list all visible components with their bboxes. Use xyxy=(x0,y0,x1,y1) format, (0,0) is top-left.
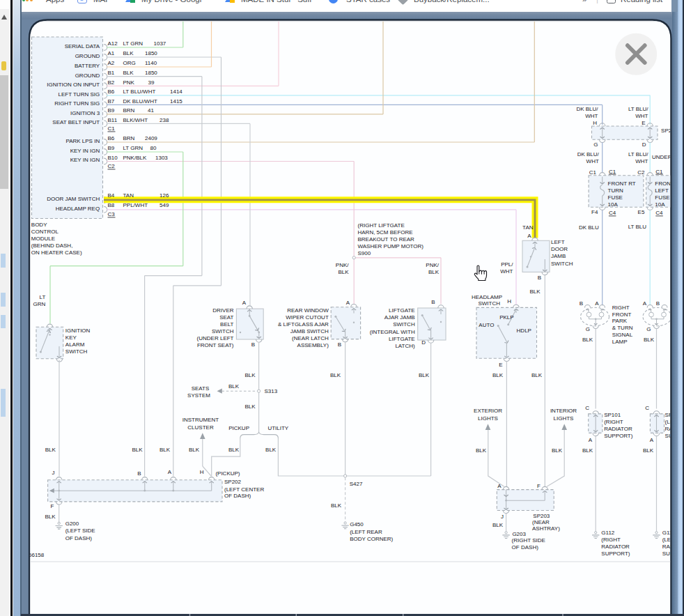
svg-text:BLK: BLK xyxy=(338,269,349,275)
svg-text:BLK: BLK xyxy=(552,447,563,454)
svg-text:10A: 10A xyxy=(655,201,665,208)
svg-text:BLK: BLK xyxy=(45,514,56,520)
svg-text:(INTEGRAL WITH: (INTEGRAL WITH xyxy=(370,329,415,335)
svg-text:BLK: BLK xyxy=(123,70,134,76)
svg-text:80: 80 xyxy=(150,145,157,151)
svg-text:GROUND: GROUND xyxy=(75,72,100,79)
svg-text:WASHER PUMP MOTOR): WASHER PUMP MOTOR) xyxy=(358,243,424,249)
svg-text:BLK: BLK xyxy=(476,447,487,454)
svg-text:E: E xyxy=(499,362,502,368)
svg-text:SWITCH: SWITCH xyxy=(65,348,88,355)
svg-text:BATTERY: BATTERY xyxy=(75,63,100,69)
svg-text:PNK/: PNK/ xyxy=(426,262,439,268)
svg-text:BLK/WHT: BLK/WHT xyxy=(123,117,148,123)
svg-text:IGNITION 3: IGNITION 3 xyxy=(70,110,100,116)
svg-text:PNK/BLK: PNK/BLK xyxy=(123,155,147,161)
svg-text:BLK: BLK xyxy=(123,50,134,56)
svg-text:PNK/: PNK/ xyxy=(336,262,349,268)
svg-text:ALARM: ALARM xyxy=(65,341,85,348)
svg-text:A: A xyxy=(346,300,350,306)
svg-text:SWITCH: SWITCH xyxy=(478,300,500,307)
svg-text:B: B xyxy=(338,341,341,348)
svg-text:C1: C1 xyxy=(609,169,616,175)
svg-text:A: A xyxy=(643,300,647,307)
svg-text:(LEFT SIDE: (LEFT SIDE xyxy=(65,528,95,534)
svg-text:ASSEMBLY): ASSEMBLY) xyxy=(297,342,329,348)
svg-text:LT GRN: LT GRN xyxy=(123,40,143,47)
svg-text:LT BLU/: LT BLU/ xyxy=(628,106,648,112)
svg-text:LIFTGATE: LIFTGATE xyxy=(389,336,415,342)
svg-text:PNK: PNK xyxy=(123,79,135,86)
svg-text:UTILITY: UTILITY xyxy=(267,425,288,431)
svg-text:BLK: BLK xyxy=(189,447,200,453)
svg-text:BLK: BLK xyxy=(582,337,593,343)
svg-text:EXTERIOR: EXTERIOR xyxy=(474,408,502,414)
svg-text:G203: G203 xyxy=(512,531,526,537)
svg-text:C4: C4 xyxy=(609,210,616,216)
svg-text:BLK: BLK xyxy=(529,288,541,295)
svg-text:BLK: BLK xyxy=(244,372,256,378)
svg-text:E: E xyxy=(642,120,645,126)
svg-text:A: A xyxy=(242,300,247,306)
svg-text:D: D xyxy=(421,339,426,346)
svg-text:FRONT: FRONT xyxy=(612,311,632,318)
svg-text:SERIAL DATA: SERIAL DATA xyxy=(65,43,100,49)
svg-text:B: B xyxy=(137,470,141,477)
svg-text:B10: B10 xyxy=(108,155,118,161)
svg-text:A: A xyxy=(595,300,599,307)
svg-text:C2: C2 xyxy=(637,169,645,176)
svg-text:TAN: TAN xyxy=(522,224,534,231)
svg-text:BLK: BLK xyxy=(643,447,654,454)
svg-text:G: G xyxy=(586,326,590,332)
svg-text:KEY IN IGN: KEY IN IGN xyxy=(70,157,100,163)
svg-text:H: H xyxy=(200,469,204,475)
svg-text:SUP: SUP xyxy=(662,550,674,557)
svg-text:GROUND: GROUND xyxy=(75,53,100,59)
svg-text:HARN, 5CM BEFORE: HARN, 5CM BEFORE xyxy=(358,229,413,236)
svg-text:G113: G113 xyxy=(662,530,676,536)
svg-text:LIGHTS: LIGHTS xyxy=(478,415,498,422)
svg-text:BLK: BLK xyxy=(582,447,593,454)
svg-text:G450: G450 xyxy=(350,521,364,528)
svg-text:(PICKUP): (PICKUP) xyxy=(215,470,240,477)
svg-text:FUSE: FUSE xyxy=(608,194,623,201)
svg-text:WHT: WHT xyxy=(585,113,598,119)
svg-text:& TURN: & TURN xyxy=(612,325,633,331)
svg-text:CLUSTER: CLUSTER xyxy=(187,424,214,431)
svg-text:B11: B11 xyxy=(108,117,118,123)
svg-text:B7: B7 xyxy=(108,98,115,105)
svg-text:B: B xyxy=(538,275,541,281)
svg-text:ON HEATER CASE): ON HEATER CASE) xyxy=(31,249,82,256)
svg-text:WHT: WHT xyxy=(635,113,648,119)
svg-text:C1: C1 xyxy=(589,169,597,176)
svg-text:FUSE: FUSE xyxy=(655,194,669,201)
svg-text:39: 39 xyxy=(148,79,155,86)
svg-text:A2: A2 xyxy=(108,60,115,66)
svg-text:10A: 10A xyxy=(608,201,619,208)
svg-text:& LIFTGLASS AJAR: & LIFTGLASS AJAR xyxy=(278,321,329,328)
svg-text:(RIGHT: (RIGHT xyxy=(601,537,621,543)
svg-text:DRIVER: DRIVER xyxy=(212,307,233,314)
svg-text:LEFT TURN SIG: LEFT TURN SIG xyxy=(58,91,100,98)
svg-text:BODY: BODY xyxy=(31,222,47,228)
svg-text:B: B xyxy=(656,300,660,307)
svg-text:PARK: PARK xyxy=(612,318,628,324)
svg-text:WHT: WHT xyxy=(635,158,648,164)
svg-text:D: D xyxy=(642,141,646,148)
svg-text:BLK: BLK xyxy=(644,337,655,343)
svg-text:UNDERH: UNDERH xyxy=(652,154,676,160)
svg-text:(LEF: (LEF xyxy=(662,537,674,543)
svg-text:BLK: BLK xyxy=(244,403,256,410)
svg-text:INTERIOR: INTERIOR xyxy=(550,408,577,414)
svg-text:H: H xyxy=(507,298,511,305)
svg-text:J: J xyxy=(501,514,504,520)
svg-text:A12: A12 xyxy=(108,40,118,47)
svg-text:56158: 56158 xyxy=(29,552,45,558)
svg-text:(UNDER LEFT: (UNDER LEFT xyxy=(197,335,234,341)
svg-text:WHT: WHT xyxy=(586,158,599,164)
svg-text:SIGNAL: SIGNAL xyxy=(612,332,633,338)
svg-text:G: G xyxy=(593,141,598,148)
svg-text:F4: F4 xyxy=(591,209,598,215)
svg-text:1140: 1140 xyxy=(145,60,157,66)
svg-text:BODY CORNER): BODY CORNER) xyxy=(350,536,393,542)
